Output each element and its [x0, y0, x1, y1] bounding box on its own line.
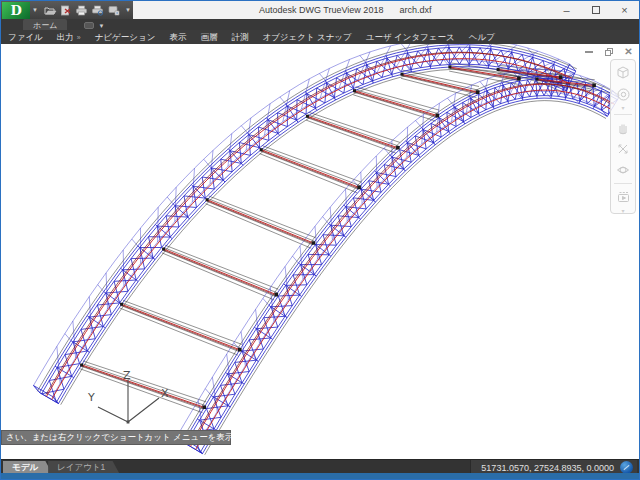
- steering-wheel-icon[interactable]: [614, 85, 632, 103]
- titlebar: D ▼ ▼: [1, 1, 639, 19]
- doc-restore-icon[interactable]: [603, 47, 614, 57]
- close-button[interactable]: ×: [610, 1, 639, 19]
- doc-minimize-icon[interactable]: [583, 47, 594, 57]
- zoom-icon[interactable]: [614, 140, 632, 158]
- doc-close-icon[interactable]: ✕: [623, 47, 634, 57]
- app-title: Autodesk DWG TrueView 2018: [259, 5, 383, 15]
- app-logo: D: [10, 4, 21, 17]
- window-bottom-border: [1, 473, 639, 479]
- window-controls: – ×: [552, 1, 639, 19]
- menu-item-output[interactable]: 出力»: [50, 30, 88, 45]
- document-window-controls: ✕: [583, 47, 634, 57]
- ribbon-tool-icon: [84, 22, 94, 29]
- menu-item-file[interactable]: ファイル: [1, 30, 50, 44]
- menu-item-user-interface[interactable]: ユーザ インタフェース: [359, 30, 462, 44]
- ucs-axis-label: X: [161, 387, 169, 400]
- navbar-caret-icon[interactable]: ▾: [621, 209, 624, 213]
- menu-item-view[interactable]: 表示: [162, 30, 193, 44]
- plot-icon[interactable]: [75, 5, 88, 16]
- ucs-axis-label: Y: [87, 391, 95, 404]
- tab-home[interactable]: ホーム: [23, 19, 67, 30]
- window-title: Autodesk DWG TrueView 2018 arch.dxf: [259, 1, 431, 19]
- command-prompt-message: さい、または右クリックでショートカット メニューを表示。: [1, 430, 231, 445]
- app-menu-dropdown-icon[interactable]: ▼: [32, 7, 38, 13]
- plot-preview-icon[interactable]: [91, 5, 104, 16]
- navigation-bar: ▾ ▾: [610, 59, 636, 214]
- qat-customize-icon[interactable]: ▼: [125, 7, 131, 13]
- show-motion-icon[interactable]: [614, 188, 632, 206]
- maximize-icon: [592, 6, 600, 14]
- coordinates-readout: 51731.0570, 27524.8935, 0.0000: [481, 463, 614, 473]
- output-expander-icon: »: [77, 34, 81, 41]
- menu-item-object-snap[interactable]: オブジェクト スナップ: [255, 30, 358, 44]
- view-cube-icon[interactable]: [614, 64, 632, 82]
- menu-item-help[interactable]: ヘルプ: [462, 30, 502, 44]
- ribbon-tool-dropdown-icon: ▼: [98, 23, 104, 29]
- publish-icon[interactable]: [107, 5, 120, 16]
- tab-model[interactable]: モデル: [3, 461, 52, 474]
- navbar-divider: [614, 114, 632, 115]
- application-menu-button[interactable]: D: [2, 2, 30, 19]
- status-bar: モデル レイアウト1 51731.0570, 27524.8935, 0.000…: [1, 459, 639, 474]
- drawing-canvas[interactable]: ZXY ✕ ▾: [1, 44, 639, 459]
- ucs-axis-label: Z: [123, 369, 131, 382]
- ribbon-tab-row: ホーム ▼: [1, 19, 639, 30]
- quick-access-toolbar: D ▼ ▼: [1, 1, 133, 19]
- minimize-button[interactable]: –: [552, 1, 581, 19]
- menu-item-layer[interactable]: 画層: [193, 30, 224, 44]
- menu-item-measure[interactable]: 計測: [224, 30, 255, 44]
- maximize-button[interactable]: [581, 1, 610, 19]
- navbar-caret-icon[interactable]: ▾: [621, 106, 624, 110]
- tab-layout1[interactable]: レイアウト1: [48, 461, 119, 474]
- navbar-divider: [614, 183, 632, 184]
- pan-hand-icon[interactable]: [614, 119, 632, 137]
- wireframe-arch-drawing: ZXY: [1, 44, 639, 459]
- menubar: ファイル 出力» ナビゲーション 表示 画層 計測 オブジェクト スナップ ユー…: [1, 30, 639, 44]
- open-icon[interactable]: [44, 5, 57, 16]
- menu-item-navigation[interactable]: ナビゲーション: [88, 30, 163, 44]
- app-window: D ▼ ▼: [0, 0, 640, 480]
- orbit-icon[interactable]: [614, 161, 632, 179]
- document-title: arch.dxf: [399, 5, 431, 15]
- close-drawing-icon[interactable]: [60, 5, 72, 16]
